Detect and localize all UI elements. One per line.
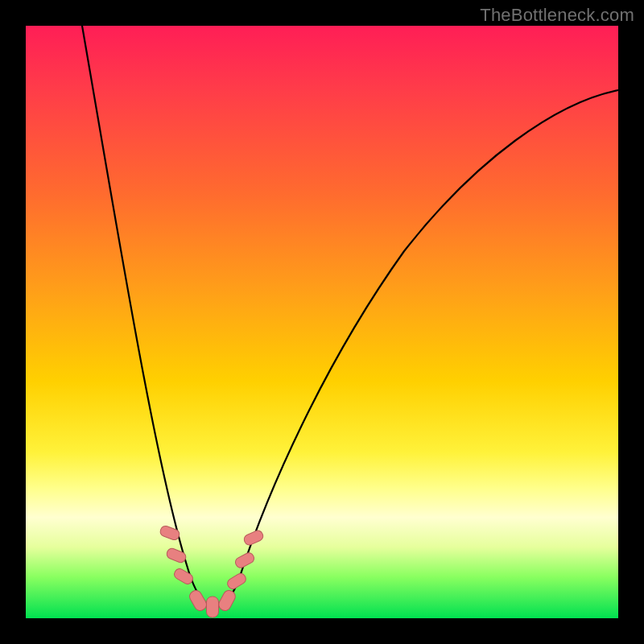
curve-marker	[233, 551, 255, 570]
chart-plot	[26, 26, 618, 618]
curve-marker-group	[159, 525, 265, 617]
curve-marker	[172, 567, 194, 585]
curve-marker	[242, 529, 264, 547]
curve-marker	[165, 547, 187, 564]
curve-marker	[217, 588, 237, 613]
watermark-text: TheBottleneck.com	[480, 5, 634, 26]
chart-frame	[26, 26, 618, 618]
curve-marker	[159, 525, 181, 541]
curve-marker	[188, 588, 208, 613]
curve-marker	[225, 572, 247, 591]
curve-marker	[207, 597, 219, 617]
bottleneck-curve	[82, 26, 618, 607]
